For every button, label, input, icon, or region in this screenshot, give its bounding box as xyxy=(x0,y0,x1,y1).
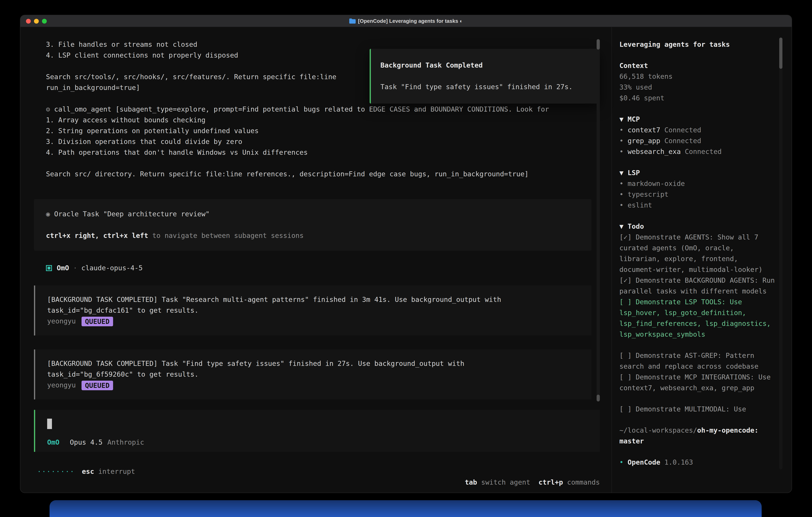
git-branch: master xyxy=(619,436,775,446)
todo-item-active: [ ]Demonstrate LSP TOOLS: Use lsp_hover,… xyxy=(619,297,775,340)
tool-call-item: 2. String operations on potentially unde… xyxy=(46,126,600,136)
todo-item-pending: [ ]Demonstrate MCP INTEGRATIONS: Use con… xyxy=(619,372,775,393)
lsp-item: • eslint xyxy=(619,200,775,211)
mcp-item: • grep_app Connected xyxy=(619,136,775,146)
background-task-message: [BACKGROUND TASK COMPLETED] Task "Find t… xyxy=(34,350,591,400)
bullet-icon: • xyxy=(619,180,624,188)
bullet-icon: • xyxy=(619,147,624,156)
message-text: [BACKGROUND TASK COMPLETED] Task "Find t… xyxy=(47,358,591,369)
oracle-task-panel: ◉ Oracle Task "Deep architecture review"… xyxy=(34,199,591,251)
context-tokens: 66,518 tokens xyxy=(619,71,775,82)
minimize-button[interactable] xyxy=(34,19,39,24)
message-author: yeongyu xyxy=(47,316,76,327)
sidebar-scrollbar-thumb[interactable] xyxy=(779,37,782,69)
mcp-section-header[interactable]: ▼ MCP xyxy=(619,114,775,125)
chevron-down-icon: ▼ xyxy=(619,115,624,123)
gear-icon: ⚙ xyxy=(46,105,50,113)
status-badge: QUEUED xyxy=(81,317,113,326)
workspace-path: ~/local-workspaces/oh-my-opencode: xyxy=(619,425,775,436)
ctrlp-key-hint: ctrl+p xyxy=(539,478,563,486)
message-text: [BACKGROUND TASK COMPLETED] Task "Resear… xyxy=(47,294,591,305)
agent-name: OmO xyxy=(57,263,69,273)
message-author: yeongyu xyxy=(47,380,76,391)
mcp-item: • context7 Connected xyxy=(619,125,775,136)
background-task-message: [BACKGROUND TASK COMPLETED] Task "Resear… xyxy=(34,285,591,335)
traffic-lights xyxy=(26,19,47,24)
opencode-window: [OpenCode] Leveraging agents for tasks ◐… xyxy=(20,15,792,493)
todo-item-done: [✓]Demonstrate AGENTS: Show all 7 curate… xyxy=(619,232,775,275)
log-line: 3. File handles or streams not closed xyxy=(46,39,600,50)
input-model: Opus 4.5 xyxy=(70,437,103,448)
tool-call-item: 3. Division operations that could divide… xyxy=(46,136,600,147)
context-spent: $0.46 spent xyxy=(619,93,775,104)
bullet-icon: • xyxy=(619,137,624,145)
titlebar[interactable]: [OpenCode] Leveraging agents for tasks ◐ xyxy=(20,15,792,27)
agent-checkbox-icon xyxy=(46,265,52,271)
lsp-item: • typescript xyxy=(619,189,775,200)
app-version: • OpenCode 1.0.163 xyxy=(619,457,775,468)
status-bar: ········ esc interrupt tab switch agent … xyxy=(37,466,600,477)
bullet-icon: • xyxy=(619,126,624,134)
keybind-hints: tab switch agent ctrl+p commands xyxy=(416,466,600,477)
message-text: task_id="bg_6f59260c" to get results. xyxy=(47,369,591,380)
toast-title: Background Task Completed xyxy=(380,60,592,71)
agent-separator xyxy=(69,263,73,273)
tool-call-footer: Search src/ directory. Return specific f… xyxy=(46,169,600,180)
bullet-icon: • xyxy=(619,458,624,466)
prompt-input[interactable]: OmO Opus 4.5 Anthropic xyxy=(34,410,600,452)
empty-checkbox-icon: [ ] xyxy=(619,298,632,306)
chat-pane: 3. File handles or streams not closed 4.… xyxy=(20,27,600,493)
tool-call-item: 4. Path operations that don't handle Win… xyxy=(46,147,600,158)
lsp-section-header[interactable]: ▼ LSP xyxy=(619,167,775,178)
tool-call-item: 1. Array access without bounds checking xyxy=(46,115,600,126)
context-used: 33% used xyxy=(619,82,775,93)
input-provider: Anthropic xyxy=(107,437,144,448)
window-title: [OpenCode] Leveraging agents for tasks ◐ xyxy=(358,18,463,24)
main-scrollbar-thumb-top[interactable] xyxy=(597,39,600,50)
empty-checkbox-icon: [ ] xyxy=(619,373,632,381)
toast-body: Task "Find type safety issues" finished … xyxy=(380,82,592,92)
empty-checkbox-icon: [ ] xyxy=(619,351,632,359)
todo-item-pending: [ ]Demonstrate AST-GREP: Pattern search … xyxy=(619,350,775,372)
oracle-task-title: ◉ Oracle Task "Deep architecture review" xyxy=(46,209,591,219)
screen: [OpenCode] Leveraging agents for tasks ◐… xyxy=(0,0,812,517)
close-button[interactable] xyxy=(26,19,31,24)
tool-call-header: ⚙ call_omo_agent [subagent_type=explore,… xyxy=(46,104,600,115)
input-agent-name: OmO xyxy=(47,437,59,448)
main-scrollbar[interactable] xyxy=(597,39,600,402)
agent-session-header: OmO · claude-opus-4-5 xyxy=(46,263,600,273)
mcp-item: • websearch_exa Connected xyxy=(619,146,775,157)
context-heading: Context xyxy=(619,60,775,71)
bullet-icon: • xyxy=(619,190,624,198)
folder-icon xyxy=(349,19,356,24)
chevron-down-icon: ▼ xyxy=(619,222,624,230)
empty-checkbox-icon: [ ] xyxy=(619,405,632,413)
tool-call-text: call_omo_agent [subagent_type=explore, p… xyxy=(54,105,549,113)
todo-section-header[interactable]: ▼ Todo xyxy=(619,221,775,232)
spinner-icon: ········ xyxy=(37,466,75,477)
task-completed-toast: Background Task Completed Task "Find typ… xyxy=(370,49,600,104)
esc-key-hint: esc xyxy=(82,466,94,477)
message-text: task_id="bg_dcfac161" to get results. xyxy=(47,305,591,316)
tab-key-hint: tab xyxy=(465,478,477,486)
status-badge: QUEUED xyxy=(81,380,113,390)
main-scrollbar-thumb-bottom[interactable] xyxy=(597,394,600,402)
todo-item-done: [✓]Demonstrate BACKGROUND AGENTS: Run pa… xyxy=(619,275,775,297)
checked-checkbox-icon: [✓] xyxy=(619,233,632,241)
subagent-nav-hint: ctrl+x right, ctrl+x left to navigate be… xyxy=(46,230,591,241)
oracle-bullet-icon: ◉ xyxy=(46,210,50,218)
chevron-down-icon: ▼ xyxy=(619,169,624,177)
bullet-icon: • xyxy=(619,201,624,209)
session-sidebar: Leveraging agents for tasks Context 66,5… xyxy=(611,27,792,493)
checked-checkbox-icon: [✓] xyxy=(619,276,632,284)
sidebar-scrollbar[interactable] xyxy=(779,37,782,469)
lsp-item: • markdown-oxide xyxy=(619,178,775,189)
agent-model: claude-opus-4-5 xyxy=(81,263,143,273)
todo-item-pending: [ ]Demonstrate MULTIMODAL: Use xyxy=(619,404,775,415)
background-blue-bar[interactable] xyxy=(50,500,762,517)
session-title: Leveraging agents for tasks xyxy=(619,39,775,50)
text-cursor xyxy=(47,419,52,429)
zoom-button[interactable] xyxy=(42,19,47,24)
